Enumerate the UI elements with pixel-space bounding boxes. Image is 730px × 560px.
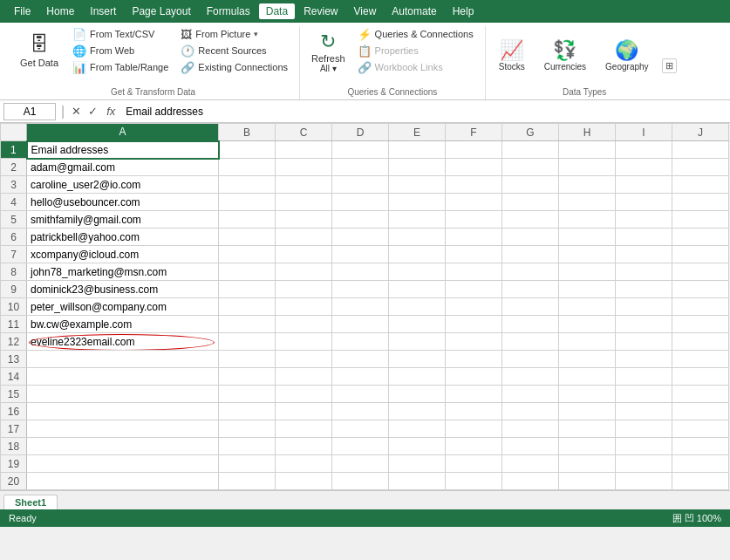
sheet-tab-sheet1[interactable]: Sheet1 bbox=[3, 495, 58, 509]
cell-F11[interactable] bbox=[446, 316, 502, 333]
cell-G15[interactable] bbox=[502, 386, 559, 403]
cell-A1[interactable]: Email addresses bbox=[27, 141, 219, 159]
cell-G6[interactable] bbox=[502, 229, 559, 246]
cell-B7[interactable] bbox=[219, 246, 276, 263]
cell-J6[interactable] bbox=[672, 229, 729, 246]
cell-D7[interactable] bbox=[332, 246, 389, 263]
cell-C12[interactable] bbox=[276, 333, 332, 351]
cell-A4[interactable]: hello@usebouncer.com bbox=[27, 194, 219, 211]
cell-I5[interactable] bbox=[616, 211, 672, 229]
cell-A8[interactable]: john78_marketing@msn.com bbox=[27, 263, 219, 281]
cell-C16[interactable] bbox=[276, 403, 332, 420]
cell-H1[interactable] bbox=[559, 141, 616, 159]
col-header-A[interactable]: A bbox=[27, 124, 219, 141]
menu-item-file[interactable]: File bbox=[7, 3, 38, 19]
cell-A9[interactable]: dominick23@business.com bbox=[27, 281, 219, 298]
cell-F1[interactable] bbox=[446, 141, 502, 159]
cell-H12[interactable] bbox=[559, 333, 616, 351]
row-header-9[interactable]: 9 bbox=[1, 281, 27, 298]
cell-J9[interactable] bbox=[672, 281, 729, 298]
properties-button[interactable]: 📋 Properties bbox=[353, 43, 478, 58]
cell-E7[interactable] bbox=[389, 246, 446, 263]
cell-I4[interactable] bbox=[616, 194, 672, 211]
cell-H19[interactable] bbox=[559, 455, 616, 473]
cell-J3[interactable] bbox=[672, 176, 729, 194]
cell-I9[interactable] bbox=[616, 281, 672, 298]
cell-A3[interactable]: caroline_user2@io.com bbox=[27, 176, 219, 194]
cell-B6[interactable] bbox=[219, 229, 276, 246]
cell-A14[interactable] bbox=[27, 368, 219, 386]
cell-D4[interactable] bbox=[332, 194, 389, 211]
cell-F18[interactable] bbox=[446, 438, 502, 455]
cell-E14[interactable] bbox=[389, 368, 446, 386]
menu-item-home[interactable]: Home bbox=[39, 3, 81, 19]
cell-J17[interactable] bbox=[672, 420, 729, 438]
cell-I7[interactable] bbox=[616, 246, 672, 263]
cell-G2[interactable] bbox=[502, 159, 559, 176]
cell-E15[interactable] bbox=[389, 386, 446, 403]
cell-J20[interactable] bbox=[672, 473, 729, 490]
row-header-20[interactable]: 20 bbox=[1, 473, 27, 490]
cell-J5[interactable] bbox=[672, 211, 729, 229]
cell-F2[interactable] bbox=[446, 159, 502, 176]
cell-E3[interactable] bbox=[389, 176, 446, 194]
row-header-11[interactable]: 11 bbox=[1, 316, 27, 333]
col-header-I[interactable]: I bbox=[616, 124, 672, 141]
cell-B10[interactable] bbox=[219, 298, 276, 316]
cell-I13[interactable] bbox=[616, 351, 672, 368]
cell-G10[interactable] bbox=[502, 298, 559, 316]
cell-J18[interactable] bbox=[672, 438, 729, 455]
cell-B19[interactable] bbox=[219, 455, 276, 473]
row-header-2[interactable]: 2 bbox=[1, 159, 27, 176]
cell-I18[interactable] bbox=[616, 438, 672, 455]
cell-C4[interactable] bbox=[276, 194, 332, 211]
cell-A20[interactable] bbox=[27, 473, 219, 490]
cell-C17[interactable] bbox=[276, 420, 332, 438]
menu-item-automate[interactable]: Automate bbox=[385, 3, 443, 19]
cell-B4[interactable] bbox=[219, 194, 276, 211]
cell-A11[interactable]: bw.cw@example.com bbox=[27, 316, 219, 333]
cell-B17[interactable] bbox=[219, 420, 276, 438]
cell-H11[interactable] bbox=[559, 316, 616, 333]
col-header-C[interactable]: C bbox=[276, 124, 332, 141]
cell-I2[interactable] bbox=[616, 159, 672, 176]
cell-E20[interactable] bbox=[389, 473, 446, 490]
cell-J16[interactable] bbox=[672, 403, 729, 420]
cell-C19[interactable] bbox=[276, 455, 332, 473]
row-header-3[interactable]: 3 bbox=[1, 176, 27, 194]
cell-D14[interactable] bbox=[332, 368, 389, 386]
cell-I16[interactable] bbox=[616, 403, 672, 420]
cell-H17[interactable] bbox=[559, 420, 616, 438]
row-header-18[interactable]: 18 bbox=[1, 438, 27, 455]
cell-F4[interactable] bbox=[446, 194, 502, 211]
cell-H18[interactable] bbox=[559, 438, 616, 455]
cell-C18[interactable] bbox=[276, 438, 332, 455]
cell-I17[interactable] bbox=[616, 420, 672, 438]
cell-H8[interactable] bbox=[559, 263, 616, 281]
queries-connections-button[interactable]: ⚡ Queries & Connections bbox=[353, 26, 478, 42]
cell-D12[interactable] bbox=[332, 333, 389, 351]
cell-J12[interactable] bbox=[672, 333, 729, 351]
workbook-links-button[interactable]: 🔗 Workbook Links bbox=[353, 59, 478, 75]
cell-I8[interactable] bbox=[616, 263, 672, 281]
row-header-15[interactable]: 15 bbox=[1, 386, 27, 403]
menu-item-formulas[interactable]: Formulas bbox=[200, 3, 257, 19]
cell-J1[interactable] bbox=[672, 141, 729, 159]
col-header-G[interactable]: G bbox=[502, 124, 559, 141]
row-header-19[interactable]: 19 bbox=[1, 455, 27, 473]
cell-D13[interactable] bbox=[332, 351, 389, 368]
cell-F16[interactable] bbox=[446, 403, 502, 420]
cell-B15[interactable] bbox=[219, 386, 276, 403]
cell-C2[interactable] bbox=[276, 159, 332, 176]
cell-D19[interactable] bbox=[332, 455, 389, 473]
cell-D17[interactable] bbox=[332, 420, 389, 438]
cell-A18[interactable] bbox=[27, 438, 219, 455]
cell-I20[interactable] bbox=[616, 473, 672, 490]
row-header-10[interactable]: 10 bbox=[1, 298, 27, 316]
cell-H7[interactable] bbox=[559, 246, 616, 263]
cell-A12[interactable]: eveline2323email.com bbox=[27, 333, 219, 351]
cell-F19[interactable] bbox=[446, 455, 502, 473]
cell-G12[interactable] bbox=[502, 333, 559, 351]
geography-button[interactable]: 🌍 Geography bbox=[599, 37, 654, 74]
cell-C9[interactable] bbox=[276, 281, 332, 298]
